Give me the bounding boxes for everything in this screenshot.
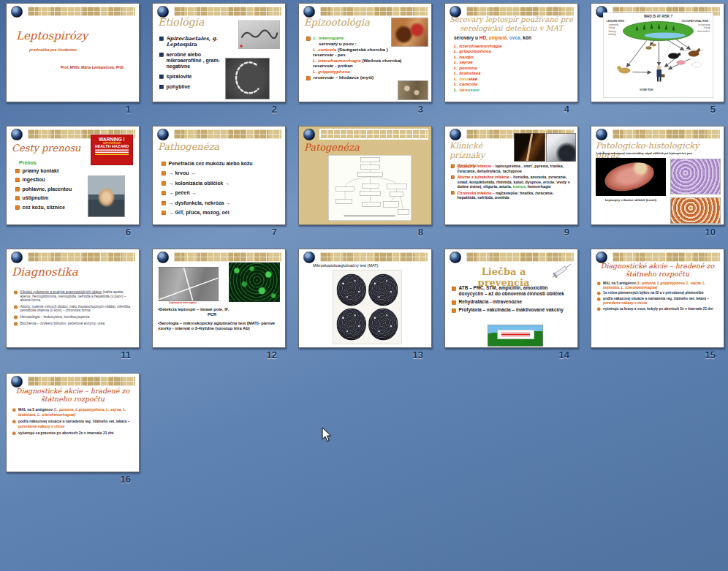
- bullet-icon: [162, 172, 166, 176]
- slide-thumbnail-5[interactable]: WHO IS AT RISK ? LEISURE RISK : swimming…: [591, 3, 724, 102]
- slide-number: 1: [6, 104, 138, 115]
- slide-thumbnail-1[interactable]: Leptospirózy prednáška pre študentov Pro…: [6, 3, 140, 102]
- slide-thumbnail-16[interactable]: Diagnostické akcie – hradené zo štátneho…: [6, 373, 140, 472]
- bullet-icon: [452, 309, 456, 313]
- bullet-icon: [451, 191, 455, 194]
- bullet-icon: [15, 178, 20, 183]
- svg-text:farm workers: farm workers: [697, 30, 710, 33]
- slide-sorter-canvas: Leptospirózy prednáška pre študentov Pro…: [0, 0, 728, 571]
- globe-icon: [157, 252, 169, 263]
- slide-number: 11: [6, 349, 138, 360]
- bullet-icon: [159, 53, 164, 57]
- slide-title-line1: Serovary leptospír používané pre: [445, 15, 577, 23]
- slide-thumbnail-11[interactable]: Diagnostika Klinické vyšetrenie a analýz…: [6, 249, 140, 348]
- serovar-item: L. sejroe: [454, 60, 502, 66]
- title-slide-subtitle: prednáška pre študentov: [29, 48, 77, 52]
- serovar-item: L. hardjo: [454, 54, 502, 60]
- top-caption: Ložiskový nehnisavý intersticiálny zápal…: [596, 151, 720, 155]
- bullet-icon: [14, 291, 18, 295]
- slide-number: 2: [152, 104, 284, 115]
- leptospira-squiggle: [239, 21, 280, 49]
- banner-graphic: [28, 7, 135, 16]
- slide-thumbnail-10[interactable]: Patologicko-histologický obraz Ložiskový…: [591, 126, 724, 225]
- slide-thumbnail-15[interactable]: Diagnostické akcie – hradené zo štátneho…: [591, 249, 724, 348]
- infection-type: Chronická infekcia –: [458, 190, 495, 194]
- slide-thumbnail-13[interactable]: Mikroskopickoaglutinačný test (MAT): [298, 249, 432, 348]
- syringe-icon: [550, 259, 575, 281]
- bullet-icon: [15, 169, 20, 173]
- svg-text:swimming: swimming: [609, 23, 619, 26]
- slide-number: 6: [6, 227, 138, 238]
- slide-title: Patologicko-histologický obraz: [596, 140, 724, 159]
- svg-text:fishing: fishing: [609, 26, 615, 29]
- infection-type: Perakútne infekcie –: [458, 164, 495, 168]
- slide-thumbnail-12[interactable]: Leptospira interrogans •Detekcia leptosp…: [152, 249, 286, 348]
- slide-thumbnail-9[interactable]: Klinické príznaky u psov Perakútne infek…: [444, 126, 578, 225]
- slide-number: 13: [298, 349, 431, 360]
- slide-thumbnail-8[interactable]: Patogenéza: [298, 126, 432, 225]
- scale-mark: [240, 45, 243, 48]
- slide-title: Mikroskopickoaglutinačný test (MAT): [313, 263, 378, 268]
- slide-number: 4: [444, 104, 577, 115]
- occupational-risk-label: OCCUPATIONAL RISK :: [681, 20, 710, 23]
- globe-icon: [11, 376, 23, 387]
- serovar-item: L. grippotyphosa: [454, 49, 502, 55]
- bullet-icon: [162, 162, 166, 166]
- bullet-icon: [597, 282, 601, 286]
- leptospira-c-shape: [226, 58, 270, 99]
- globe-icon: [11, 252, 23, 263]
- bullet-text: aerobné alebo mikroaerofilné , gram-nega…: [167, 51, 235, 69]
- swimmer-photo: [88, 175, 125, 217]
- globe-icon: [11, 129, 23, 140]
- mouse-cursor: [322, 427, 332, 442]
- title-slide-heading: Leptospirózy: [16, 29, 88, 42]
- bullet-icon: [12, 409, 16, 412]
- bullet-icon: [597, 308, 601, 311]
- dog-drinking-photo: [514, 133, 545, 162]
- serovar-name: L. grippotyphosa: [313, 69, 350, 74]
- bullet-icon: [162, 211, 166, 216]
- leptospira-em-image: [238, 20, 280, 49]
- bullet-icon: [597, 298, 601, 301]
- bullet-icon: [162, 181, 166, 186]
- bullet-icon: [15, 197, 20, 201]
- transfer-lead: Prenos: [19, 159, 37, 165]
- slide-title: Etiológia: [158, 16, 204, 29]
- pcr-text: PCR: [208, 312, 216, 317]
- slide-number: 8: [298, 227, 431, 238]
- bullet-icon: [162, 201, 166, 205]
- serovar-item: L. bataviae: [454, 76, 502, 82]
- globe-icon: [596, 129, 607, 140]
- slide-title: Diagnostické akcie – hradené zo štátneho…: [10, 387, 135, 403]
- bullet-icon: [452, 287, 456, 291]
- slide-thumbnail-14[interactable]: Liečba a prevencia ATB – PNC, STM, ampic…: [444, 249, 578, 348]
- svg-text:rice growing: rice growing: [698, 23, 710, 26]
- slide-title-line2: serologickú detekciu v MAT: [445, 23, 577, 32]
- bullet-icon: [306, 37, 311, 41]
- svg-text:farmers / slaughter house: farmers / slaughter house: [683, 49, 704, 51]
- serovar-name: L. icterohaemorrhagie: [313, 58, 361, 63]
- globe-icon: [11, 6, 23, 18]
- slide-thumbnail-3[interactable]: Epizootológia L. interrogans serovary u …: [298, 3, 432, 102]
- mat-dish: [337, 309, 367, 341]
- title-slide-author: Prof. MVDr. Mária Levkaničová, PhD.: [61, 65, 124, 69]
- banner-graphic: [28, 377, 135, 386]
- home-risk-label: HOME RISK: [640, 88, 653, 91]
- banner-graphic: [174, 129, 281, 139]
- danger-sign: [497, 330, 534, 339]
- host-hd: HD,: [479, 35, 488, 41]
- mat-dish: [337, 274, 367, 306]
- histology-orange-image: [670, 197, 721, 224]
- slide-thumbnail-4[interactable]: Serovary leptospír používané pre serolog…: [444, 3, 578, 102]
- svg-text:fishing: fishing: [704, 26, 710, 29]
- icterus-term: icterus: [513, 184, 526, 189]
- bullet-icon: [306, 77, 311, 81]
- serovar-name: L. canicola: [313, 47, 336, 52]
- banner-graphic: [320, 252, 428, 262]
- slide-thumbnail-6[interactable]: Cesty prenosu WARNING ! LEPTOSPIROSIS HE…: [6, 126, 140, 225]
- slide-thumbnail-7[interactable]: Pathogenéza Penetracia cez mukózu alebo …: [152, 126, 286, 225]
- slide-thumbnail-2[interactable]: Etiológia Spirochaetales, g. Leptospira …: [152, 3, 286, 102]
- leptospira-darkfield-image: [225, 58, 270, 99]
- banner-graphic: [320, 7, 428, 16]
- banner-graphic: [613, 252, 720, 262]
